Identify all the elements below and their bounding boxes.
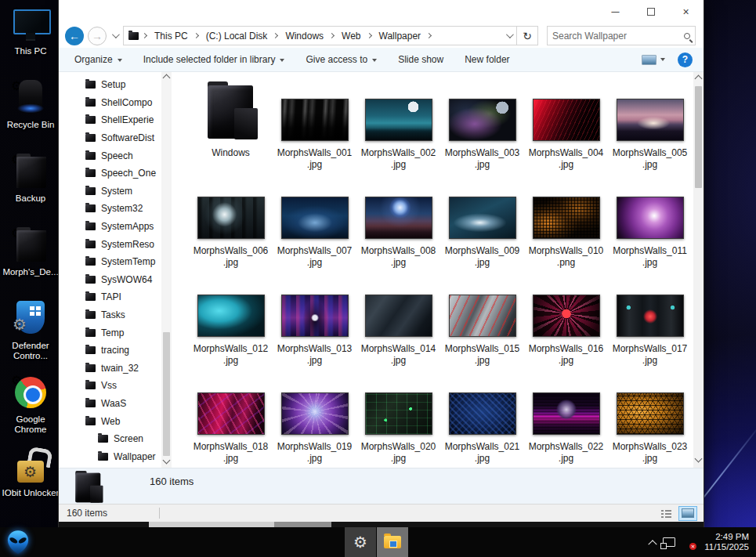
file-item[interactable]: MorphsWalls_010.png <box>524 175 608 273</box>
desktop-icon[interactable]: ⚙ Google Chrome <box>0 373 61 441</box>
start-button[interactable] <box>0 527 36 557</box>
file-item[interactable]: MorphsWalls_004.jpg <box>524 77 608 175</box>
breadcrumb-segment[interactable]: Windows <box>281 31 336 42</box>
toolbar-button[interactable]: Organize <box>74 54 122 65</box>
file-item[interactable]: MorphsWalls_002.jpg <box>356 77 440 175</box>
toolbar-button[interactable]: Slide show <box>398 54 443 65</box>
file-item[interactable]: MorphsWalls_013.jpg <box>273 273 356 371</box>
file-item[interactable]: MorphsWalls_015.jpg <box>440 273 524 371</box>
desktop-icon[interactable]: ⚙ Backup <box>0 152 61 220</box>
folder-item[interactable]: Windows <box>189 77 273 175</box>
file-item[interactable]: MorphsWalls_014.jpg <box>356 273 440 371</box>
file-item[interactable]: MorphsWalls_022.jpg <box>524 371 608 468</box>
breadcrumb-chevron-icon[interactable] <box>426 33 432 38</box>
settings-taskbar-button[interactable]: ⚙ <box>345 527 376 557</box>
scroll-up-icon[interactable] <box>695 75 703 83</box>
file-item[interactable]: MorphsWalls_008.jpg <box>356 175 440 273</box>
toolbar-button[interactable]: New folder <box>465 54 509 65</box>
tree-item[interactable]: Vss <box>59 377 178 395</box>
tree-item[interactable]: WaaS <box>59 395 178 413</box>
scroll-down-icon[interactable] <box>695 455 703 463</box>
breadcrumb-chevron-icon[interactable] <box>329 33 335 38</box>
forward-button[interactable]: → <box>88 27 107 45</box>
breadcrumb-label[interactable]: (C:) Local Disk <box>202 31 272 42</box>
tree-item[interactable]: tracing <box>59 342 178 360</box>
toolbar-button[interactable]: Give access to <box>306 54 377 65</box>
desktop-icon[interactable]: ⚙ This PC <box>0 5 61 73</box>
tree-item[interactable]: SystemTemp <box>59 253 178 271</box>
tree-scrollbar[interactable] <box>161 72 172 468</box>
file-item[interactable]: MorphsWalls_005.jpg <box>608 77 692 175</box>
tree-scrollbar-thumb[interactable] <box>163 332 170 456</box>
file-item[interactable]: MorphsWalls_019.jpg <box>273 371 356 468</box>
close-button[interactable]: × <box>668 1 704 24</box>
breadcrumb-label[interactable]: Wallpaper <box>375 31 425 42</box>
scroll-up-icon[interactable] <box>163 74 171 82</box>
desktop-icon[interactable]: ⚙ Recycle Bin <box>0 78 61 146</box>
file-item[interactable]: MorphsWalls_011.jpg <box>608 175 692 273</box>
breadcrumb-label[interactable]: This PC <box>150 31 192 42</box>
tree-item[interactable]: Tasks <box>59 306 178 324</box>
tree-item[interactable]: TAPI <box>59 288 178 306</box>
horizontal-scrollbar-thumb[interactable] <box>149 522 274 527</box>
file-item[interactable]: MorphsWalls_009.jpg <box>440 175 524 273</box>
file-item[interactable]: MorphsWalls_020.jpg <box>356 371 440 468</box>
tree-item[interactable]: twain_32 <box>59 360 178 378</box>
file-item[interactable]: MorphsWalls_012.jpg <box>189 273 273 371</box>
tree-item[interactable]: SoftwareDist <box>59 129 178 147</box>
tree-item[interactable]: SystemReso <box>59 235 178 253</box>
change-view-button[interactable] <box>642 55 665 65</box>
tree-item[interactable]: SysWOW64 <box>59 271 178 289</box>
breadcrumb-chevron-icon[interactable] <box>273 33 278 38</box>
scroll-down-icon[interactable] <box>163 457 171 465</box>
search-input[interactable] <box>552 31 684 42</box>
breadcrumb-segment[interactable]: Web <box>338 31 373 42</box>
tree-item[interactable]: ShellExperie <box>59 111 178 129</box>
file-item[interactable]: MorphsWalls_001.jpg <box>273 77 356 175</box>
refresh-button[interactable]: ↻ <box>517 26 538 45</box>
file-item[interactable]: MorphsWalls_023.jpg <box>608 371 692 468</box>
tree-item[interactable]: Speech_One <box>59 165 178 183</box>
search-icon[interactable] <box>684 33 690 39</box>
desktop-icon[interactable]: ⚙ Morph's_De... <box>0 226 61 294</box>
tree-item[interactable]: Setup <box>59 76 178 94</box>
desktop-icon[interactable]: ⚙ Defender Contro... <box>0 299 61 367</box>
file-explorer-taskbar-button[interactable] <box>377 527 408 557</box>
content-scrollbar[interactable] <box>693 72 704 468</box>
content-scrollbar-thumb[interactable] <box>695 86 702 188</box>
breadcrumb-label[interactable]: Web <box>338 31 364 42</box>
file-item[interactable]: MorphsWalls_003.jpg <box>440 77 524 175</box>
breadcrumb-segment[interactable]: This PC <box>150 31 201 42</box>
help-button[interactable]: ? <box>678 52 693 67</box>
toolbar-button[interactable]: Include selected folder in library <box>143 54 285 65</box>
network-icon[interactable] <box>663 537 675 547</box>
file-item[interactable]: MorphsWalls_006.jpg <box>189 175 273 273</box>
breadcrumb-chevron-icon[interactable] <box>366 33 371 38</box>
file-item[interactable]: MorphsWalls_017.jpg <box>608 273 692 371</box>
address-box[interactable]: This PC (C:) Local Disk Windows Web <box>123 26 517 45</box>
show-hidden-icons-chevron-icon[interactable] <box>648 540 657 548</box>
maximize-button[interactable] <box>633 1 668 24</box>
taskbar-clock[interactable]: 2:49 PM 11/15/2025 <box>703 532 751 552</box>
tree-item[interactable]: Wallpaper <box>59 447 178 465</box>
tree-item[interactable]: Screen <box>59 430 178 448</box>
desktop-icon[interactable]: ⚙ IObit Unlocker <box>0 447 61 515</box>
tree-item[interactable]: Speech <box>59 146 178 165</box>
volume-muted-icon[interactable]: ✕ <box>682 536 696 548</box>
breadcrumb-label[interactable]: Windows <box>281 31 327 42</box>
tree-item[interactable]: System32 <box>59 200 178 218</box>
address-dropdown-chevron-icon[interactable] <box>506 31 514 38</box>
tree-item[interactable]: Web <box>59 412 178 430</box>
breadcrumb-segment[interactable]: Wallpaper <box>375 31 434 42</box>
large-icons-view-button[interactable] <box>678 506 697 521</box>
breadcrumb-chevron-icon[interactable] <box>194 33 199 38</box>
file-item[interactable]: MorphsWalls_021.jpg <box>440 371 524 468</box>
tree-item[interactable]: System <box>59 183 178 201</box>
back-button[interactable]: ← <box>65 27 84 45</box>
recent-locations-chevron-icon[interactable] <box>112 31 120 38</box>
breadcrumb-segment[interactable]: (C:) Local Disk <box>202 31 280 42</box>
file-item[interactable]: MorphsWalls_018.jpg <box>189 371 273 468</box>
details-view-button[interactable] <box>657 506 675 521</box>
minimize-button[interactable]: ─ <box>598 1 633 24</box>
file-item[interactable]: MorphsWalls_016.jpg <box>524 273 608 371</box>
